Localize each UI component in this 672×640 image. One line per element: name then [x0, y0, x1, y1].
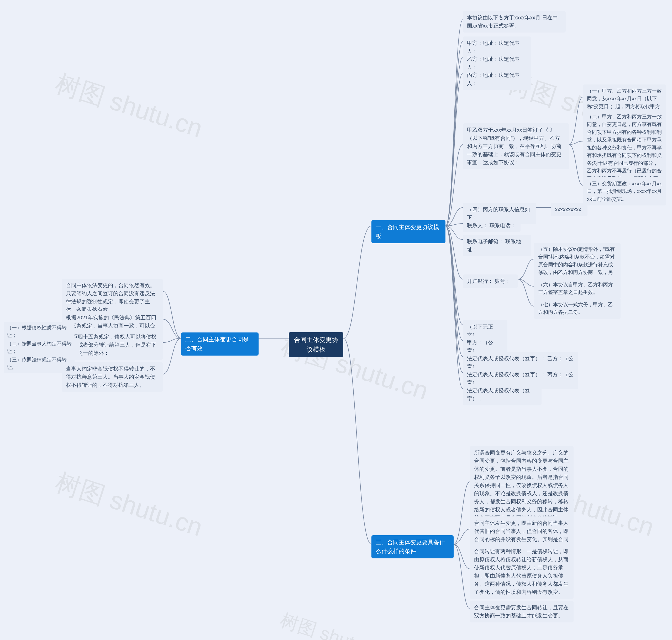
watermark: 树图 shutu.cn: [277, 608, 390, 640]
leaf-node[interactable]: （三）交货期更改：xxxx年xx月xx日，第一批货到现场，xxxx年xx月xx日…: [583, 177, 666, 205]
leaf-node[interactable]: 本协议由以下各方于xxxx年xx月 日在中国xx省xx市正式签署。: [463, 11, 566, 32]
leaf-node[interactable]: （六）本协议自甲方、乙方和丙方三方签字盖章之日起生效。: [534, 278, 620, 299]
leaf-node[interactable]: 联系人： 联系电话：: [463, 219, 520, 232]
leaf-node[interactable]: 合同主体变更需要发生合同转让，且要在双方协商一致的基础上才能发生变更。: [470, 601, 574, 622]
branch-conditions[interactable]: 三、合同主体变更要具备什么什么样的条件: [371, 535, 454, 558]
branch-template[interactable]: 一、合同主体变更协议模板: [371, 220, 445, 243]
leaf-node[interactable]: xxxxxxxxxx: [551, 203, 587, 216]
leaf-node[interactable]: 合同转让有两种情形：一是债权转让，即由原债权人将债权转让给新债权人，从而使新债权…: [470, 545, 574, 599]
leaf-node[interactable]: （七）本协议一式六份，甲方、乙方和丙方各执二份。: [534, 298, 620, 319]
mindmap-canvas: 树图 shutu.cn 树图 shutu.cn 树图 shutu.cn 树图 s…: [0, 0, 672, 640]
leaf-node[interactable]: 甲乙双方于xxx年xx月xx日签订了《 》（以下称"既有合同"），现经甲方、乙方…: [463, 123, 569, 169]
leaf-node[interactable]: 开户银行： 账号：: [463, 275, 518, 288]
leaf-node[interactable]: 当事人约定非金钱债权不得转让的，不得对抗善意第三人。当事人约定金钱债权不得转让的…: [62, 362, 163, 392]
branch-validity[interactable]: 二、合同主体变更合同是否有效: [181, 333, 259, 355]
watermark: 树图 shutu.cn: [51, 67, 206, 146]
watermark: 树图 shutu.cn: [51, 465, 206, 545]
root-node[interactable]: 合同主体变更协议模板: [289, 332, 343, 357]
leaf-node[interactable]: 丙方：地址：法定代表人：: [463, 69, 531, 90]
leaf-node[interactable]: 所谓合同变更有广义与狭义之分。广义的合同变更，包括合同内容的变更与合同主体的变更…: [470, 446, 574, 525]
leaf-node[interactable]: 法定代表人或授权代表（签字）：: [463, 384, 542, 405]
leaf-node[interactable]: 联系电子邮箱： 联系地址：: [463, 235, 531, 256]
